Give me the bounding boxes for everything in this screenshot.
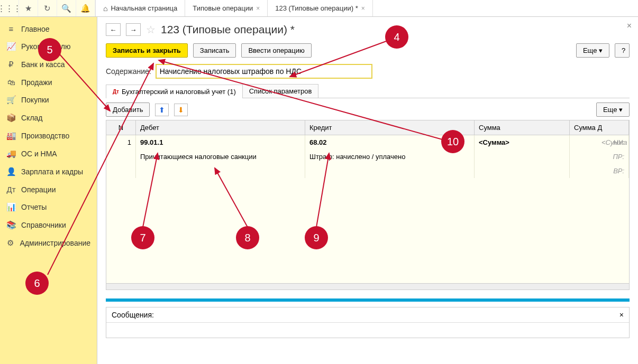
callout-6: 6 bbox=[25, 272, 49, 295]
move-up-button[interactable]: ⬆ bbox=[155, 104, 169, 116]
content-label: Содержание: bbox=[106, 67, 151, 76]
sidebar: ≡Главное 📈Руководителю ₽Банк и касса 🛍Пр… bbox=[0, 17, 97, 364]
chart-icon: 📈 bbox=[6, 42, 16, 51]
save-close-button[interactable]: Записать и закрыть bbox=[106, 43, 188, 58]
table-row: <Сумма bbox=[597, 135, 629, 150]
action-bar: Записать и закрыть Записать Ввести опера… bbox=[106, 43, 630, 58]
save-button[interactable]: Записать bbox=[193, 43, 236, 58]
callout-8: 8 bbox=[236, 226, 259, 249]
sidebar-item-sales[interactable]: 🛍Продажи bbox=[0, 73, 97, 91]
close-page-icon[interactable]: × bbox=[627, 21, 632, 31]
sidebar-item-admin[interactable]: ⚙Администрирование bbox=[0, 234, 97, 252]
sidebar-item-main[interactable]: ≡Главное bbox=[0, 20, 97, 38]
sidebar-item-salary[interactable]: 👤Зарплата и кадры bbox=[0, 163, 97, 181]
sidebar-item-label: Отчеты bbox=[21, 203, 47, 211]
grid-header: N Дебет Кредит Сумма Сумма Д bbox=[106, 120, 629, 135]
bag-icon: 🛍 bbox=[6, 78, 16, 87]
history-icon[interactable]: ↻ bbox=[38, 0, 57, 16]
cell-sumd: <Сумма bbox=[597, 135, 629, 150]
gear-icon: ⚙ bbox=[6, 238, 15, 248]
sidebar-item-operations[interactable]: ДтОперации bbox=[0, 181, 97, 198]
sidebar-item-label: ОС и НМА bbox=[21, 150, 57, 158]
col-n: N bbox=[106, 120, 136, 135]
apps-icon[interactable]: ⋮⋮⋮ bbox=[0, 0, 19, 16]
box-icon: 📦 bbox=[6, 113, 16, 123]
close-icon[interactable]: × bbox=[619, 311, 624, 319]
sidebar-item-references[interactable]: 📚Справочники bbox=[0, 216, 97, 234]
cell-pr: ПР: bbox=[570, 150, 629, 164]
callout-5: 5 bbox=[38, 38, 61, 61]
dt-icon: Дт bbox=[113, 89, 119, 95]
star-icon[interactable]: ★ bbox=[19, 0, 38, 16]
sidebar-item-label: Главное bbox=[21, 25, 50, 33]
person-icon: 👤 bbox=[6, 167, 16, 176]
back-button[interactable]: ← bbox=[106, 23, 121, 36]
tab-typical-ops[interactable]: Типовые операции × bbox=[185, 0, 268, 16]
sidebar-item-label: Зарплата и кадры bbox=[21, 167, 83, 176]
sidebar-item-production[interactable]: 🏭Производство bbox=[0, 127, 97, 145]
table-row[interactable]: Причитающиеся налоговые санкции Штраф: н… bbox=[106, 150, 629, 164]
barchart-icon: 📊 bbox=[6, 202, 16, 212]
sidebar-item-reports[interactable]: 📊Отчеты bbox=[0, 198, 97, 216]
close-icon[interactable]: × bbox=[361, 5, 365, 12]
bell-icon[interactable]: 🔔 bbox=[76, 0, 95, 16]
col-debit: Дебет bbox=[136, 120, 305, 135]
forward-button[interactable]: → bbox=[126, 23, 141, 36]
truck-icon: 🚚 bbox=[6, 149, 16, 158]
messages-body bbox=[106, 323, 629, 338]
more-button[interactable]: Еще ▾ bbox=[576, 43, 609, 58]
subtab-accounting[interactable]: Дт Бухгалтерский и налоговый учет (1) bbox=[106, 85, 243, 98]
search-icon[interactable]: 🔍 bbox=[57, 0, 76, 16]
cell-n: 1 bbox=[106, 135, 136, 150]
sidebar-item-warehouse[interactable]: 📦Склад bbox=[0, 109, 97, 127]
menu-icon: ≡ bbox=[6, 24, 16, 33]
content-input[interactable] bbox=[156, 64, 372, 79]
grid-toolbar: Добавить ⬆ ⬇ Еще ▾ bbox=[106, 102, 630, 117]
books-icon: 📚 bbox=[6, 220, 16, 230]
callout-4: 4 bbox=[385, 25, 408, 49]
subtabs: Дт Бухгалтерский и налоговый учет (1) Сп… bbox=[106, 84, 630, 98]
cell-vr: ВР: bbox=[570, 164, 629, 178]
tab-123[interactable]: 123 (Типовые операции) * × bbox=[268, 0, 373, 16]
messages-panel: Сообщения: × bbox=[106, 307, 630, 338]
subtab-params[interactable]: Список параметров bbox=[242, 84, 319, 98]
home-icon: ⌂ bbox=[103, 4, 107, 13]
tab-label: 123 (Типовые операции) * bbox=[275, 4, 358, 12]
add-button[interactable]: Добавить bbox=[106, 102, 150, 117]
enter-operation-button[interactable]: Ввести операцию bbox=[241, 43, 311, 58]
close-icon[interactable]: × bbox=[256, 5, 260, 12]
sidebar-item-os-nma[interactable]: 🚚ОС и НМА bbox=[0, 145, 97, 163]
help-button[interactable]: ? bbox=[615, 43, 630, 58]
table-row[interactable]: 1 99.01.1 68.02 <Сумма> НУ: bbox=[106, 135, 629, 150]
dtkt-icon: Дт bbox=[6, 185, 16, 194]
sidebar-item-purchases[interactable]: 🛒Покупки bbox=[0, 91, 97, 109]
grid-scrollbar[interactable] bbox=[106, 283, 629, 290]
move-down-button[interactable]: ⬇ bbox=[174, 104, 188, 116]
topbar: ⋮⋮⋮ ★ ↻ 🔍 🔔 ⌂ Начальная страница Типовые… bbox=[0, 0, 638, 17]
cell-debit-desc: Причитающиеся налоговые санкции bbox=[136, 150, 305, 164]
accounting-grid: N Дебет Кредит Сумма Сумма Д 1 99.01.1 6… bbox=[106, 120, 630, 290]
content: ← → ☆ 123 (Типовые операции) * × Записат… bbox=[97, 17, 638, 364]
sidebar-item-label: Продажи bbox=[21, 78, 52, 87]
sidebar-item-label: Администрирование bbox=[20, 239, 91, 247]
tab-home[interactable]: ⌂ Начальная страница bbox=[96, 0, 185, 16]
factory-icon: 🏭 bbox=[6, 131, 16, 141]
callout-9: 9 bbox=[305, 226, 328, 249]
sidebar-item-label: Банк и касса bbox=[21, 60, 65, 69]
table-row[interactable]: ВР: bbox=[106, 164, 629, 178]
sidebar-item-label: Производство bbox=[21, 132, 69, 140]
tab-label: Типовые операции bbox=[193, 4, 253, 12]
progress-bar bbox=[106, 298, 630, 302]
grid-body[interactable]: 1 99.01.1 68.02 <Сумма> НУ: Причитающиес… bbox=[106, 135, 629, 283]
cart-icon: 🛒 bbox=[6, 95, 16, 105]
topbar-icon-group: ⋮⋮⋮ ★ ↻ 🔍 🔔 bbox=[0, 0, 96, 16]
favorite-icon[interactable]: ☆ bbox=[146, 23, 156, 36]
ruble-icon: ₽ bbox=[6, 60, 16, 69]
cell-sum: <Сумма> bbox=[475, 135, 570, 150]
col-sum: Сумма bbox=[475, 120, 570, 135]
subtab-label: Бухгалтерский и налоговый учет (1) bbox=[122, 88, 236, 96]
grid-more-button[interactable]: Еще ▾ bbox=[596, 102, 630, 117]
col-sumd: Сумма Д bbox=[570, 120, 629, 135]
callout-7: 7 bbox=[131, 226, 154, 249]
content-field-row: Содержание: bbox=[106, 64, 630, 79]
